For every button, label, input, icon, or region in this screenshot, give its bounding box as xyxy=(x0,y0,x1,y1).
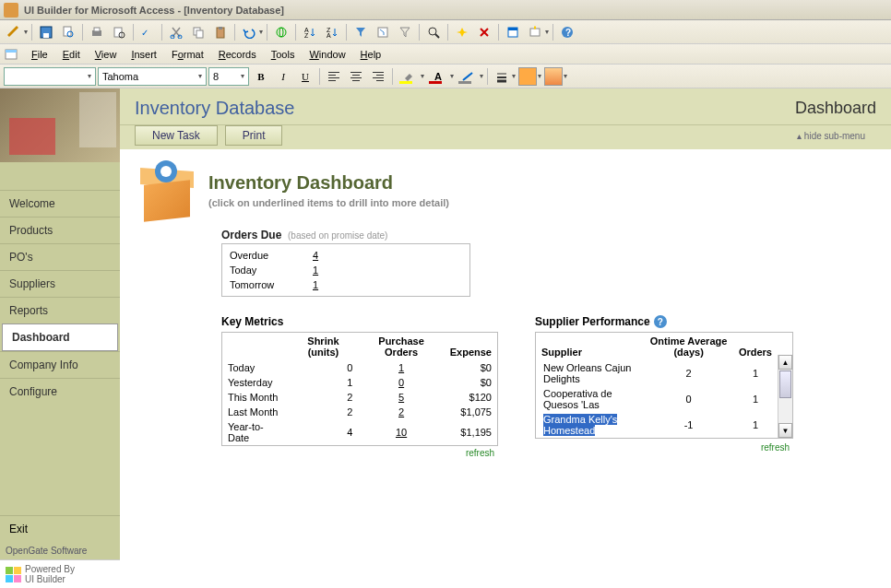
metric-po-link[interactable]: 0 xyxy=(358,375,444,390)
sidebar-item-pos[interactable]: PO's xyxy=(0,243,120,270)
svg-rect-21 xyxy=(378,28,387,37)
table-header-row: Supplier Ontime Average (days) Orders xyxy=(536,333,792,360)
design-view-icon[interactable] xyxy=(4,22,24,42)
svg-rect-24 xyxy=(508,28,517,30)
orders-tomorrow-link[interactable]: 1 xyxy=(313,279,318,290)
sidebar: Welcome Products PO's Suppliers Reports … xyxy=(0,88,120,588)
page-header: Inventory Database Dashboard xyxy=(120,88,891,125)
table-row: Year-to-Date410$1,195 xyxy=(222,419,497,445)
supplier-perf-label: Supplier Performance ? xyxy=(535,315,793,328)
svg-text:A: A xyxy=(327,32,331,39)
menu-file[interactable]: File xyxy=(24,46,55,63)
toggle-filter-icon[interactable] xyxy=(395,22,415,42)
italic-button[interactable]: I xyxy=(273,66,293,87)
table-row[interactable]: New Orleans Cajun Delights21 xyxy=(536,360,792,386)
scroll-down-icon[interactable]: ▼ xyxy=(778,423,792,438)
font-size-selector[interactable]: 8▾ xyxy=(208,67,249,86)
menu-tools[interactable]: Tools xyxy=(264,46,303,63)
line-color-button[interactable] xyxy=(456,66,480,87)
print-icon[interactable] xyxy=(87,22,107,42)
table-row[interactable]: Cooperativa de Quesos 'Las01 xyxy=(536,386,792,412)
paste-icon[interactable] xyxy=(210,22,231,42)
cut-icon[interactable] xyxy=(166,22,186,42)
metrics-refresh-link[interactable]: refresh xyxy=(221,446,498,460)
print-preview-icon[interactable] xyxy=(109,22,129,42)
scroll-thumb[interactable] xyxy=(779,370,791,398)
database-window-icon[interactable] xyxy=(503,22,523,42)
menu-format[interactable]: Format xyxy=(164,46,211,63)
sidebar-item-suppliers[interactable]: Suppliers xyxy=(0,270,120,297)
sidebar-item-reports[interactable]: Reports xyxy=(0,297,120,323)
align-center-icon[interactable] xyxy=(346,66,366,87)
sidebar-item-welcome[interactable]: Welcome xyxy=(0,190,120,217)
key-metrics-label: Key Metrics xyxy=(221,315,498,328)
metric-po-link[interactable]: 2 xyxy=(358,405,444,419)
uibuilder-logo-icon xyxy=(6,567,21,582)
special-effect2-icon[interactable] xyxy=(543,66,564,87)
fill-color-button[interactable] xyxy=(397,66,421,87)
menu-insert[interactable]: Insert xyxy=(124,46,164,63)
new-object-icon[interactable] xyxy=(525,22,545,42)
help-icon[interactable]: ? xyxy=(654,315,667,328)
app-icon xyxy=(4,3,18,18)
menu-window[interactable]: Window xyxy=(302,46,352,63)
menu-view[interactable]: View xyxy=(88,46,125,63)
hide-submenu-link[interactable]: hide sub-menu xyxy=(797,131,876,141)
svg-rect-12 xyxy=(196,30,203,38)
copy-icon[interactable] xyxy=(188,22,208,42)
bold-button[interactable]: B xyxy=(251,66,271,87)
menu-help[interactable]: Help xyxy=(353,46,389,63)
align-right-icon[interactable] xyxy=(368,66,388,87)
sort-desc-icon[interactable]: ZA xyxy=(322,22,342,42)
new-task-button[interactable]: New Task xyxy=(135,125,218,146)
sidebar-item-exit[interactable]: Exit xyxy=(0,515,120,542)
line-width-icon[interactable] xyxy=(492,66,512,87)
insert-hyperlink-icon[interactable] xyxy=(271,22,291,42)
orders-today-link[interactable]: 1 xyxy=(313,265,318,276)
window-title: UI Builder for Microsoft Access - [Inven… xyxy=(24,5,284,16)
metric-po-link[interactable]: 10 xyxy=(358,419,444,445)
file-search-icon[interactable] xyxy=(58,22,78,42)
sidebar-item-products[interactable]: Products xyxy=(0,217,120,243)
page-section: Dashboard xyxy=(795,99,876,118)
align-left-icon[interactable] xyxy=(324,66,344,87)
font-selector[interactable]: Tahoma▾ xyxy=(98,67,207,86)
delete-record-icon[interactable] xyxy=(474,22,494,42)
svg-text:?: ? xyxy=(565,28,571,38)
svg-text:✓: ✓ xyxy=(141,28,148,38)
table-row: This Month25$120 xyxy=(222,390,497,405)
scrollbar[interactable]: ▲ ▼ xyxy=(778,355,792,438)
save-icon[interactable] xyxy=(36,22,56,42)
object-selector[interactable]: ▾ xyxy=(4,67,96,86)
svg-rect-1 xyxy=(43,33,49,38)
sidebar-item-company[interactable]: Company Info xyxy=(0,351,120,378)
help-icon[interactable]: ? xyxy=(557,22,577,42)
underline-button[interactable]: U xyxy=(295,66,315,87)
undo-icon[interactable] xyxy=(239,22,259,42)
filter-form-icon[interactable] xyxy=(373,22,393,42)
sidebar-item-dashboard[interactable]: Dashboard xyxy=(2,323,118,351)
form-icon[interactable] xyxy=(4,47,18,62)
find-icon[interactable] xyxy=(423,22,444,42)
sort-asc-icon[interactable]: AZ xyxy=(300,22,320,42)
orders-overdue-link[interactable]: 4 xyxy=(313,250,318,261)
font-color-button[interactable]: A xyxy=(426,66,450,87)
print-button[interactable]: Print xyxy=(225,125,283,146)
supplier-refresh-link[interactable]: refresh xyxy=(535,441,793,454)
new-record-icon[interactable] xyxy=(452,22,472,42)
table-row[interactable]: Grandma Kelly's Homestead-11 xyxy=(536,412,792,438)
sub-toolbar: New Task Print hide sub-menu xyxy=(120,125,891,149)
dashboard-subtitle: (click on underlined items to drill into… xyxy=(208,197,449,208)
scroll-up-icon[interactable]: ▲ xyxy=(778,355,792,370)
special-effect-icon[interactable] xyxy=(517,66,538,87)
svg-rect-29 xyxy=(6,50,17,53)
metric-po-link[interactable]: 5 xyxy=(358,390,444,405)
spelling-icon[interactable]: ✓ xyxy=(137,22,158,42)
filter-selection-icon[interactable] xyxy=(350,22,371,42)
orders-due-box: Overdue4 Today1 Tomorrow1 xyxy=(221,243,470,297)
menu-edit[interactable]: Edit xyxy=(55,46,88,63)
powered-by: Powered ByUI Builder xyxy=(0,559,120,588)
menu-records[interactable]: Records xyxy=(211,46,264,63)
sidebar-item-configure[interactable]: Configure xyxy=(0,378,120,405)
metric-po-link[interactable]: 1 xyxy=(358,360,444,375)
